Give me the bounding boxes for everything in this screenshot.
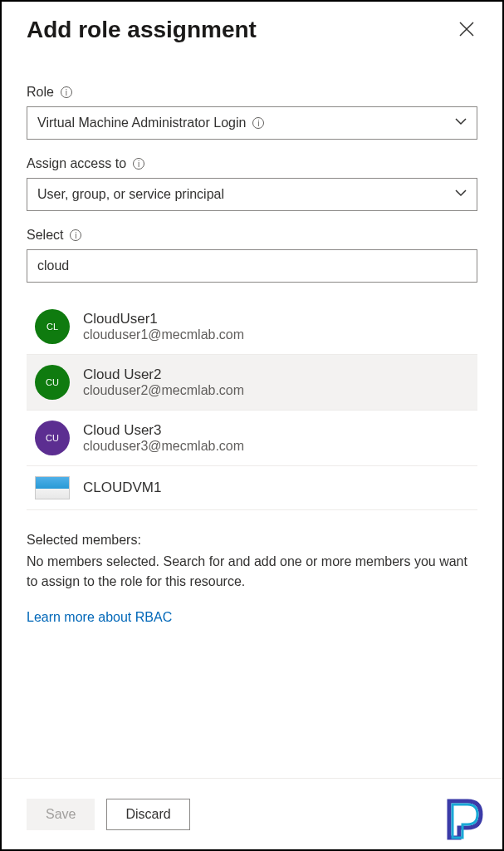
chevron-down-icon [455,187,467,202]
info-icon[interactable]: i [133,158,144,170]
learn-more-link[interactable]: Learn more about RBAC [27,610,172,625]
chevron-down-icon [455,116,467,130]
avatar: CU [35,421,70,455]
role-label-text: Role [27,85,54,100]
avatar: CU [35,365,70,400]
result-name: Cloud User2 [83,366,244,383]
save-button: Save [27,799,95,830]
assign-access-dropdown[interactable]: User, group, or service principal [27,178,477,211]
footer-bar: Save Discard [2,778,502,849]
vm-icon [35,476,70,499]
selected-members-message: No members selected. Search for and add … [27,552,477,592]
select-label: Select i [27,228,477,243]
result-name: CLOUDVM1 [83,480,161,496]
select-search-input[interactable] [27,249,477,283]
results-list[interactable]: CLCloudUser1clouduser1@mecmlab.comCUClou… [27,299,477,515]
role-dropdown[interactable]: Virtual Machine Administrator Login i [27,106,477,140]
role-label: Role i [27,85,477,100]
avatar: CL [35,309,70,344]
role-dropdown-value: Virtual Machine Administrator Login [37,116,246,130]
result-email: clouduser3@mecmlab.com [83,439,244,454]
page-title: Add role assignment [27,17,257,43]
result-item[interactable]: CUCloud User3clouduser3@mecmlab.com [27,411,477,466]
info-icon[interactable]: i [70,229,81,241]
info-icon[interactable]: i [252,117,264,129]
assign-access-label-text: Assign access to [27,156,126,171]
selected-members-label: Selected members: [27,530,477,550]
result-email: clouduser1@mecmlab.com [83,327,244,342]
result-name: Cloud User3 [83,422,244,439]
result-email: clouduser2@mecmlab.com [83,383,244,398]
result-item[interactable]: CLCloudUser1clouduser1@mecmlab.com [27,299,477,355]
close-button[interactable] [454,17,479,44]
content-scroll-area[interactable]: Role i Virtual Machine Administrator Log… [2,60,502,776]
result-item[interactable]: CUCloud User2clouduser2@mecmlab.com [27,355,477,411]
result-name: CloudUser1 [83,311,244,327]
info-icon[interactable]: i [61,86,72,98]
discard-button[interactable]: Discard [106,799,189,830]
result-item[interactable]: CLOUDVM1 [27,466,477,510]
close-icon [459,22,474,40]
assign-access-label: Assign access to i [27,156,477,171]
select-label-text: Select [27,228,63,243]
assign-access-dropdown-value: User, group, or service principal [37,187,224,202]
